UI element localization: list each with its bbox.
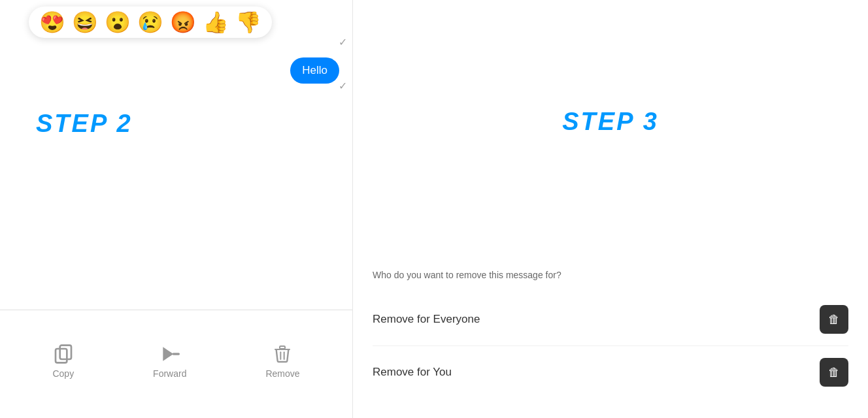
copy-button[interactable]: Copy [52, 344, 74, 379]
step-2-label: STEP 2 [36, 110, 133, 138]
svg-rect-5 [280, 346, 285, 349]
remove-button[interactable]: Remove [265, 344, 299, 379]
remove-you-trash-button[interactable]: 🗑 [820, 358, 848, 387]
emoji-thumbs-down[interactable]: 👎 [235, 12, 261, 33]
emoji-laugh[interactable]: 😆 [72, 12, 98, 33]
message-check-icon: ✓ [339, 80, 347, 92]
emoji-angry[interactable]: 😡 [170, 12, 196, 33]
emoji-reaction-bar: 😍 😆 😮 😢 😡 👍 👎 [29, 7, 272, 38]
remove-dialog: Who do you want to remove this message f… [353, 257, 868, 418]
trash-everyone-icon: 🗑 [828, 313, 840, 327]
remove-you-label: Remove for You [373, 366, 452, 379]
remove-everyone-trash-button[interactable]: 🗑 [820, 305, 848, 334]
emoji-wow[interactable]: 😮 [105, 12, 131, 33]
remove-everyone-option[interactable]: Remove for Everyone 🗑 [373, 293, 848, 346]
svg-marker-2 [163, 347, 173, 361]
message-bubble: Hello [290, 57, 339, 84]
action-buttons-row: Copy Forward Remove [0, 344, 352, 379]
remove-question-text: Who do you want to remove this message f… [373, 270, 848, 280]
forward-label: Forward [153, 368, 186, 379]
remove-icon [272, 344, 293, 364]
copy-icon [53, 344, 74, 364]
right-panel: STEP 3 Who do you want to remove this me… [353, 0, 868, 418]
emoji-cry[interactable]: 😢 [137, 12, 163, 33]
forward-icon [159, 344, 180, 364]
svg-rect-0 [59, 346, 71, 359]
emoji-thumbs-up[interactable]: 👍 [203, 12, 229, 33]
emoji-love[interactable]: 😍 [39, 12, 65, 33]
remove-you-option[interactable]: Remove for You 🗑 [373, 346, 848, 398]
svg-rect-1 [56, 349, 67, 362]
step-3-label: STEP 3 [562, 108, 659, 136]
message-check-icon-top: ✓ [339, 36, 347, 48]
message-text: Hello [302, 64, 327, 76]
forward-button[interactable]: Forward [153, 344, 186, 379]
left-panel: 😍 😆 😮 😢 😡 👍 👎 ✓ Hello ✓ STEP 2 Copy [0, 0, 353, 418]
action-divider [0, 310, 352, 310]
remove-label: Remove [265, 368, 299, 379]
remove-everyone-label: Remove for Everyone [373, 313, 480, 326]
copy-label: Copy [52, 368, 74, 379]
trash-you-icon: 🗑 [828, 366, 840, 379]
